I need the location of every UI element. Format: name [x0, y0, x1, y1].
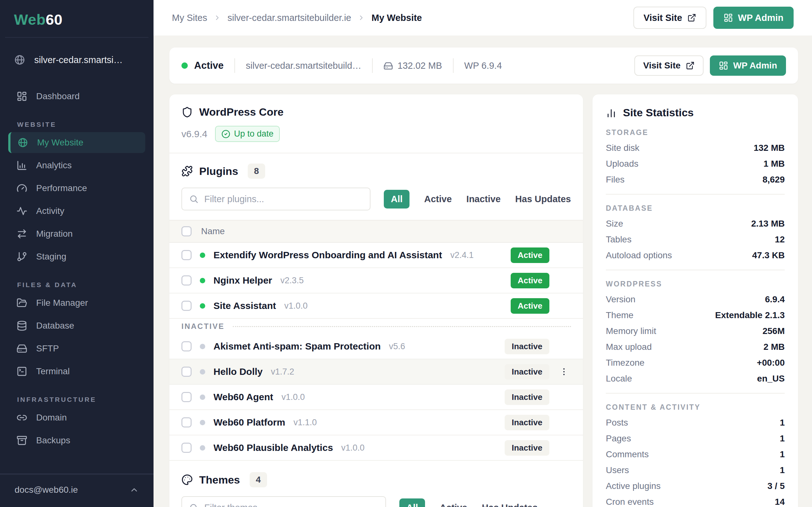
wordpress-core-title: WordPress Core: [199, 106, 284, 118]
stat-label: Timezone: [606, 358, 645, 368]
core-version: v6.9.4: [182, 129, 207, 139]
plugin-checkbox[interactable]: [182, 341, 192, 351]
plugin-checkbox[interactable]: [182, 443, 192, 453]
plugin-status-dot: [200, 369, 205, 375]
sidebar-item-terminal[interactable]: Terminal: [8, 361, 145, 382]
breadcrumb-link-silver-cedar-smartsitebuilder-ie[interactable]: silver-cedar.smartsitebuilder.ie: [227, 13, 351, 23]
bar-chart-icon: [16, 160, 27, 171]
activity-icon: [16, 206, 27, 216]
plugin-row-nginx-helper[interactable]: Nginx Helperv2.3.5Active: [169, 268, 583, 293]
stat-label: Users: [606, 465, 629, 475]
breadcrumb-link-my-sites[interactable]: My Sites: [172, 13, 207, 23]
arrows-left-right-icon: [16, 228, 27, 239]
divider: [372, 58, 373, 73]
stat-row-max-upload: Max upload2 MB: [606, 342, 785, 352]
stat-row-locale: Localeen_US: [606, 374, 785, 383]
plugin-status-dot: [200, 278, 205, 283]
themes-tab-all[interactable]: All: [399, 498, 425, 507]
sidebar-site-name[interactable]: silver-cedar.smartsi…: [0, 47, 154, 73]
sidebar-item-migration[interactable]: Migration: [8, 223, 145, 244]
plugins-tab-has-updates[interactable]: Has Updates: [515, 194, 571, 205]
theme-filter-input[interactable]: [204, 503, 378, 507]
plugin-row-web60-plausible-analytics[interactable]: Web60 Plausible Analyticsv1.0.0Inactive: [169, 435, 583, 461]
disk-usage: 132.02 MB: [384, 60, 442, 71]
theme-filter-tabs: AllActiveHas Updates: [399, 498, 538, 507]
stat-row-site-disk: Site disk132 MB: [606, 143, 785, 153]
plugin-status-badge: Active: [511, 273, 549, 288]
wp-admin-label: WP Admin: [733, 60, 777, 71]
select-all-checkbox[interactable]: [182, 226, 192, 236]
plugin-version: v2.3.5: [281, 276, 304, 285]
sidebar-item-label: Activity: [36, 206, 64, 216]
wordpress-overview-card: WordPress Core v6.9.4 Up to date Plugins: [169, 95, 583, 507]
themes-tab-active[interactable]: Active: [440, 503, 467, 507]
plugins-table-header: Name: [169, 220, 583, 243]
stat-label: Cron events: [606, 497, 654, 507]
wp-admin-button-secondary[interactable]: WP Admin: [710, 55, 786, 76]
sidebar: Web60 silver-cedar.smartsi… Dashboard WE…: [0, 0, 154, 507]
themes-title: Themes: [199, 474, 240, 486]
plugin-checkbox[interactable]: [182, 250, 192, 260]
plugins-tab-all[interactable]: All: [384, 190, 409, 209]
sidebar-item-my-website[interactable]: My Website: [8, 132, 145, 153]
sidebar-item-database[interactable]: Database: [8, 315, 145, 336]
stat-value: 1: [780, 450, 785, 459]
plugin-checkbox[interactable]: [182, 417, 192, 428]
wordpress-core-section: WordPress Core v6.9.4 Up to date: [169, 95, 583, 153]
stat-label: Size: [606, 219, 623, 228]
wp-admin-button[interactable]: WP Admin: [713, 7, 794, 29]
themes-section-head: Themes 4 AllActiveHas Updates: [169, 461, 583, 507]
visit-site-button[interactable]: Visit Site: [633, 7, 706, 29]
stats-section-label-wordpress: WORDPRESS: [606, 280, 785, 288]
plugin-checkbox[interactable]: [182, 301, 192, 311]
plugin-row-akismet-anti-spam-spam-protection[interactable]: Akismet Anti-spam: Spam Protectionv5.6In…: [169, 334, 583, 359]
sidebar-item-staging[interactable]: Staging: [8, 246, 145, 267]
kebab-menu-icon[interactable]: [559, 367, 569, 377]
plugins-count-badge: 8: [248, 164, 265, 179]
sidebar-item-file-manager[interactable]: File Manager: [8, 292, 145, 314]
palette-icon: [182, 474, 193, 486]
plugin-checkbox[interactable]: [182, 275, 192, 285]
sidebar-item-backups[interactable]: Backups: [8, 430, 145, 451]
stat-label: Locale: [606, 374, 632, 383]
plugin-row-web60-platform[interactable]: Web60 Platformv1.1.0Inactive: [169, 410, 583, 435]
plugin-row-hello-dolly[interactable]: Hello Dollyv1.7.2Inactive: [169, 359, 583, 385]
gauge-icon: [16, 183, 27, 193]
stat-value: en_US: [757, 374, 785, 383]
database-icon: [16, 320, 27, 331]
dashboard-grid-icon: [719, 61, 728, 70]
plugins-table-body: Extendify WordPress Onboarding and AI As…: [169, 243, 583, 461]
plugins-tab-inactive[interactable]: Inactive: [466, 194, 501, 205]
sidebar-item-domain[interactable]: Domain: [8, 407, 145, 428]
stat-row-files: Files8,629: [606, 175, 785, 184]
plugin-name: Web60 Platform: [213, 417, 285, 428]
stat-row-posts: Posts1: [606, 418, 785, 428]
theme-filter-box: [182, 496, 386, 507]
visit-site-button-secondary[interactable]: Visit Site: [635, 55, 704, 76]
sidebar-item-dashboard[interactable]: Dashboard: [8, 86, 145, 107]
plugin-filter-input[interactable]: [204, 194, 363, 205]
plugin-row-site-assistant[interactable]: Site Assistantv1.0.0Active: [169, 293, 583, 319]
plugin-checkbox[interactable]: [182, 392, 192, 402]
sidebar-item-label: Dashboard: [36, 91, 80, 101]
sidebar-item-analytics[interactable]: Analytics: [8, 155, 145, 176]
plugin-row-web60-agent[interactable]: Web60 Agentv1.0.0Inactive: [169, 385, 583, 410]
plugin-row-extendify-wordpress-onboarding-and-ai-assistant[interactable]: Extendify WordPress Onboarding and AI As…: [169, 243, 583, 268]
stats-section-label-content-activity: CONTENT & ACTIVITY: [606, 403, 785, 412]
sidebar-account-toggle[interactable]: docs@web60.ie: [0, 474, 154, 507]
themes-tab-has-updates[interactable]: Has Updates: [482, 503, 538, 507]
wp-version: WP 6.9.4: [464, 60, 502, 71]
sidebar-item-label: Performance: [36, 183, 87, 193]
plugin-checkbox[interactable]: [182, 367, 192, 377]
sidebar-item-performance[interactable]: Performance: [8, 178, 145, 199]
stat-row-theme: ThemeExtendable 2.1.3: [606, 311, 785, 320]
plugin-status-badge: Inactive: [505, 364, 549, 380]
stat-row-active-plugins: Active plugins3 / 5: [606, 481, 785, 491]
sidebar-item-sftp[interactable]: SFTP: [8, 338, 145, 359]
status-label: Active: [194, 60, 223, 71]
stat-value: 1: [780, 418, 785, 428]
dotted-line: [233, 326, 571, 327]
sidebar-item-activity[interactable]: Activity: [8, 201, 145, 222]
plugins-tab-active[interactable]: Active: [424, 194, 452, 205]
status-actions: Visit Site WP Admin: [635, 55, 786, 76]
